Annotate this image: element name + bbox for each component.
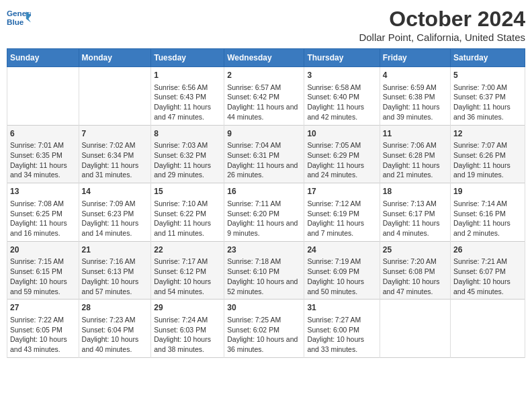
day-number: 11 <box>383 128 447 140</box>
calendar-cell: 26Sunrise: 7:21 AMSunset: 6:07 PMDayligh… <box>451 241 525 300</box>
day-sun-info: Sunrise: 7:04 AMSunset: 6:31 PMDaylight:… <box>227 140 301 180</box>
header-day-thursday: Thursday <box>304 49 380 67</box>
day-number: 15 <box>154 186 221 197</box>
day-number: 24 <box>307 244 376 256</box>
day-sun-info: Sunrise: 7:03 AMSunset: 6:32 PMDaylight:… <box>154 140 221 180</box>
header-day-tuesday: Tuesday <box>151 49 224 67</box>
header-day-wednesday: Wednesday <box>224 49 304 67</box>
day-sun-info: Sunrise: 7:06 AMSunset: 6:28 PMDaylight:… <box>383 140 447 180</box>
calendar-week-row: 20Sunrise: 7:15 AMSunset: 6:15 PMDayligh… <box>7 241 525 300</box>
day-sun-info: Sunrise: 7:11 AMSunset: 6:20 PMDaylight:… <box>227 199 301 238</box>
day-sun-info: Sunrise: 7:15 AMSunset: 6:15 PMDaylight:… <box>10 257 76 296</box>
day-number: 27 <box>10 302 76 314</box>
calendar-cell: 4Sunrise: 6:59 AMSunset: 6:38 PMDaylight… <box>380 67 450 126</box>
day-number: 21 <box>82 244 148 256</box>
calendar-table: SundayMondayTuesdayWednesdayThursdayFrid… <box>7 48 525 358</box>
day-sun-info: Sunrise: 7:21 AMSunset: 6:07 PMDaylight:… <box>453 257 522 296</box>
day-number: 28 <box>82 302 148 314</box>
svg-text:Blue: Blue <box>7 17 24 26</box>
day-sun-info: Sunrise: 7:02 AMSunset: 6:34 PMDaylight:… <box>82 140 148 180</box>
day-sun-info: Sunrise: 7:23 AMSunset: 6:04 PMDaylight:… <box>82 315 148 355</box>
calendar-cell: 24Sunrise: 7:19 AMSunset: 6:09 PMDayligh… <box>304 241 380 300</box>
day-number: 26 <box>453 244 522 256</box>
title-area: October 2024 Dollar Point, California, U… <box>359 7 525 43</box>
day-number: 1 <box>154 70 221 81</box>
calendar-cell <box>79 67 151 126</box>
calendar-cell <box>380 300 450 358</box>
day-number: 9 <box>227 128 301 140</box>
header: General Blue October 2024 Dollar Point, … <box>7 7 525 43</box>
day-sun-info: Sunrise: 7:22 AMSunset: 6:05 PMDaylight:… <box>10 315 76 355</box>
calendar-cell: 11Sunrise: 7:06 AMSunset: 6:28 PMDayligh… <box>380 125 450 183</box>
calendar-cell: 15Sunrise: 7:10 AMSunset: 6:22 PMDayligh… <box>151 183 224 242</box>
day-number: 31 <box>307 302 376 314</box>
calendar-cell: 10Sunrise: 7:05 AMSunset: 6:29 PMDayligh… <box>304 125 380 183</box>
day-sun-info: Sunrise: 7:18 AMSunset: 6:10 PMDaylight:… <box>227 257 301 296</box>
day-sun-info: Sunrise: 7:01 AMSunset: 6:35 PMDaylight:… <box>10 140 76 180</box>
day-sun-info: Sunrise: 7:19 AMSunset: 6:09 PMDaylight:… <box>307 257 376 296</box>
day-number: 2 <box>227 70 301 81</box>
day-number: 19 <box>453 186 522 197</box>
header-day-saturday: Saturday <box>451 49 525 67</box>
day-number: 14 <box>82 186 148 197</box>
calendar-cell: 12Sunrise: 7:07 AMSunset: 6:26 PMDayligh… <box>451 125 525 183</box>
day-sun-info: Sunrise: 6:56 AMSunset: 6:43 PMDaylight:… <box>154 83 221 122</box>
calendar-cell: 7Sunrise: 7:02 AMSunset: 6:34 PMDaylight… <box>79 125 151 183</box>
header-day-sunday: Sunday <box>7 49 79 67</box>
day-number: 5 <box>453 70 522 81</box>
calendar-cell <box>451 300 525 358</box>
main-title: October 2024 <box>359 7 525 32</box>
day-sun-info: Sunrise: 7:16 AMSunset: 6:13 PMDaylight:… <box>82 257 148 296</box>
day-sun-info: Sunrise: 7:13 AMSunset: 6:17 PMDaylight:… <box>383 199 447 238</box>
day-sun-info: Sunrise: 6:58 AMSunset: 6:40 PMDaylight:… <box>307 83 376 122</box>
day-sun-info: Sunrise: 7:27 AMSunset: 6:00 PMDaylight:… <box>307 315 376 355</box>
day-number: 30 <box>227 302 301 314</box>
calendar-cell: 13Sunrise: 7:08 AMSunset: 6:25 PMDayligh… <box>7 183 79 242</box>
calendar-cell: 20Sunrise: 7:15 AMSunset: 6:15 PMDayligh… <box>7 241 79 300</box>
calendar-cell: 25Sunrise: 7:20 AMSunset: 6:08 PMDayligh… <box>380 241 450 300</box>
calendar-cell: 9Sunrise: 7:04 AMSunset: 6:31 PMDaylight… <box>224 125 304 183</box>
calendar-cell: 18Sunrise: 7:13 AMSunset: 6:17 PMDayligh… <box>380 183 450 242</box>
calendar-cell: 3Sunrise: 6:58 AMSunset: 6:40 PMDaylight… <box>304 67 380 126</box>
calendar-week-row: 6Sunrise: 7:01 AMSunset: 6:35 PMDaylight… <box>7 125 525 183</box>
calendar-cell: 5Sunrise: 7:00 AMSunset: 6:37 PMDaylight… <box>451 67 525 126</box>
day-number: 20 <box>10 244 76 256</box>
day-sun-info: Sunrise: 7:08 AMSunset: 6:25 PMDaylight:… <box>10 199 76 238</box>
calendar-cell: 28Sunrise: 7:23 AMSunset: 6:04 PMDayligh… <box>79 300 151 358</box>
header-row: SundayMondayTuesdayWednesdayThursdayFrid… <box>7 49 525 67</box>
day-sun-info: Sunrise: 7:12 AMSunset: 6:19 PMDaylight:… <box>307 199 376 238</box>
day-number: 7 <box>82 128 148 140</box>
day-number: 17 <box>307 186 376 197</box>
subtitle: Dollar Point, California, United States <box>359 32 525 43</box>
calendar-cell: 29Sunrise: 7:24 AMSunset: 6:03 PMDayligh… <box>151 300 224 358</box>
day-sun-info: Sunrise: 7:24 AMSunset: 6:03 PMDaylight:… <box>154 315 221 355</box>
day-number: 4 <box>383 70 447 81</box>
calendar-cell: 17Sunrise: 7:12 AMSunset: 6:19 PMDayligh… <box>304 183 380 242</box>
day-number: 6 <box>10 128 76 140</box>
calendar-cell: 6Sunrise: 7:01 AMSunset: 6:35 PMDaylight… <box>7 125 79 183</box>
calendar-cell: 14Sunrise: 7:09 AMSunset: 6:23 PMDayligh… <box>79 183 151 242</box>
calendar-cell: 19Sunrise: 7:14 AMSunset: 6:16 PMDayligh… <box>451 183 525 242</box>
calendar-cell: 8Sunrise: 7:03 AMSunset: 6:32 PMDaylight… <box>151 125 224 183</box>
header-day-friday: Friday <box>380 49 450 67</box>
calendar-cell: 23Sunrise: 7:18 AMSunset: 6:10 PMDayligh… <box>224 241 304 300</box>
day-sun-info: Sunrise: 7:00 AMSunset: 6:37 PMDaylight:… <box>453 83 522 122</box>
day-sun-info: Sunrise: 7:10 AMSunset: 6:22 PMDaylight:… <box>154 199 221 238</box>
day-number: 13 <box>10 186 76 197</box>
day-sun-info: Sunrise: 7:09 AMSunset: 6:23 PMDaylight:… <box>82 199 148 238</box>
calendar-cell: 31Sunrise: 7:27 AMSunset: 6:00 PMDayligh… <box>304 300 380 358</box>
day-number: 22 <box>154 244 221 256</box>
day-number: 8 <box>154 128 221 140</box>
day-number: 25 <box>383 244 447 256</box>
day-sun-info: Sunrise: 7:17 AMSunset: 6:12 PMDaylight:… <box>154 257 221 296</box>
calendar-week-row: 27Sunrise: 7:22 AMSunset: 6:05 PMDayligh… <box>7 300 525 358</box>
day-number: 10 <box>307 128 376 140</box>
calendar-cell: 27Sunrise: 7:22 AMSunset: 6:05 PMDayligh… <box>7 300 79 358</box>
day-number: 29 <box>154 302 221 314</box>
day-number: 3 <box>307 70 376 81</box>
calendar-cell <box>7 67 79 126</box>
logo-icon: General Blue <box>7 7 31 31</box>
calendar-cell: 16Sunrise: 7:11 AMSunset: 6:20 PMDayligh… <box>224 183 304 242</box>
day-sun-info: Sunrise: 7:07 AMSunset: 6:26 PMDaylight:… <box>453 140 522 180</box>
calendar-week-row: 13Sunrise: 7:08 AMSunset: 6:25 PMDayligh… <box>7 183 525 242</box>
